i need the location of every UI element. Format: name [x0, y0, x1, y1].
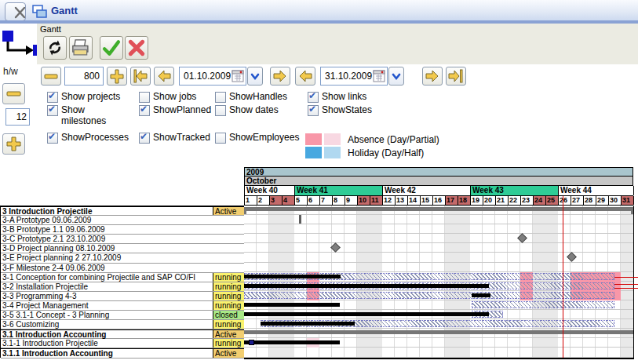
tracked-bar[interactable] — [244, 284, 489, 288]
holiday-half-swatch — [324, 147, 341, 158]
checkbox-label: ShowHandles — [229, 91, 287, 102]
gantt-window: Gantt h/w Gantt — [0, 0, 638, 364]
checkbox[interactable] — [215, 92, 226, 103]
task-row[interactable]: 3-D Project planning 08.10.2009 — [1, 244, 244, 253]
task-row[interactable]: 3-6 Customizingrunning — [1, 320, 244, 329]
refresh-button[interactable] — [43, 36, 67, 60]
titlebar: Gantt — [0, 0, 638, 20]
task-row[interactable]: 3-B Prototype 1.1 09.06.2009 — [1, 225, 244, 235]
task-row[interactable]: 3-A Prototype 09.06.2009 — [1, 216, 244, 225]
gantt-row — [244, 263, 633, 272]
day-header-cell: 1 — [245, 196, 257, 205]
print-button[interactable] — [69, 36, 93, 60]
task-row[interactable]: 3-1 Conception for combining Projectile … — [1, 273, 244, 282]
tracked-bar[interactable] — [261, 322, 355, 326]
week-header-cell: Week 41 — [295, 186, 383, 195]
next-period-from-button[interactable] — [270, 67, 290, 86]
task-row[interactable]: 3.1-1 Introduction Projectilerunning — [1, 339, 244, 348]
task-label: 3-E Project planning 2 27.10.2009 — [2, 253, 211, 263]
task-row[interactable]: 3-5 3.1-1 Concept - 3 Planningclosed — [1, 311, 244, 320]
milestone-diamond[interactable] — [330, 243, 341, 253]
gantt-chart: 2009 October Week 40Week 41Week 42Week 4… — [244, 167, 633, 359]
day-header-cell: 24 — [534, 196, 546, 205]
checkbox[interactable] — [139, 92, 150, 103]
task-row[interactable]: 3.1 Introduction AccountingActive — [1, 329, 244, 339]
close-button[interactable] — [5, 2, 26, 21]
checkbox[interactable] — [308, 105, 319, 116]
absence-partial-swatch — [324, 133, 341, 145]
date-to-dropdown-button[interactable] — [388, 67, 404, 86]
skip-start-icon — [131, 67, 150, 85]
task-row[interactable]: 3-2 Installation Projectilerunning — [1, 282, 244, 292]
status-badge: running — [213, 339, 244, 348]
day-header-cell: 26 — [559, 196, 571, 205]
gantt-row — [244, 291, 633, 300]
summary-bar[interactable] — [244, 330, 633, 334]
week-header-cell: Week 44 — [559, 186, 634, 195]
checkbox[interactable] — [139, 133, 150, 144]
planned-bar[interactable] — [244, 292, 614, 299]
summary-bar[interactable] — [244, 207, 633, 211]
task-row[interactable]: 3-4 Project Managementrunning — [1, 301, 244, 311]
date-to-field[interactable]: 31.10.2009 — [320, 67, 388, 86]
checkbox[interactable] — [139, 105, 150, 116]
zoom-out-button[interactable] — [41, 67, 61, 86]
row-height-input[interactable] — [5, 108, 30, 126]
calendar-icon[interactable] — [373, 70, 385, 82]
option-show-jobs: Show jobs — [139, 91, 196, 103]
status-badge: closed — [213, 311, 244, 319]
task-row[interactable]: 3-3 Programming 4-3running — [1, 292, 244, 301]
checkbox[interactable] — [47, 133, 58, 144]
decrease-row-height-button[interactable] — [2, 83, 25, 104]
checkbox-label: ShowStates — [322, 104, 372, 115]
planned-bar[interactable] — [472, 301, 614, 308]
milestone-diamond[interactable] — [567, 253, 577, 263]
status-badge: running — [213, 320, 244, 329]
task-row[interactable]: 3-C Prototype 2.1 23.10.2009 — [1, 235, 244, 244]
gantt-body — [244, 206, 634, 359]
prev-period-from-button[interactable] — [154, 67, 174, 86]
calendar-icon[interactable] — [232, 70, 244, 82]
tracked-bar[interactable] — [244, 275, 341, 278]
task-label: 3-5 3.1-1 Concept - 3 Planning — [2, 311, 211, 320]
task-row[interactable]: 3.1.1 Introduction AccountingActive — [1, 348, 244, 358]
goto-start-button[interactable] — [130, 67, 151, 86]
date-from-dropdown-button[interactable] — [247, 67, 263, 86]
prev-period-to-button[interactable] — [295, 67, 315, 86]
increase-row-height-button[interactable] — [2, 133, 25, 155]
checkbox-label: Show jobs — [153, 91, 196, 102]
day-header-cell: 10 — [358, 196, 370, 205]
task-row[interactable]: 3-E Project planning 2 27.10.2009 — [1, 253, 244, 263]
chart-width-input[interactable] — [64, 67, 104, 86]
task-label: 3-4 Project Management — [2, 301, 211, 311]
tracked-bar[interactable] — [472, 293, 490, 297]
checkbox-label: ShowTracked — [153, 132, 210, 143]
link-anchor[interactable] — [249, 340, 254, 345]
tracked-bar[interactable] — [244, 340, 340, 344]
tracked-bar[interactable] — [244, 303, 340, 307]
confirm-button[interactable] — [100, 36, 123, 60]
task-row[interactable]: 3-F Milestone 2-4 09.06.2009 — [1, 264, 244, 273]
gantt-row — [244, 253, 633, 262]
goto-end-button[interactable] — [446, 67, 466, 86]
next-period-to-button[interactable] — [422, 67, 443, 86]
cascade-windows-icon — [31, 3, 48, 20]
task-row[interactable]: 3 Introduction ProjectileActive — [1, 206, 244, 216]
option-showstates: ShowStates — [308, 104, 372, 116]
checkbox[interactable] — [47, 92, 58, 103]
day-header-cell: 7 — [320, 196, 333, 205]
tracked-bar[interactable] — [244, 312, 489, 316]
arrow-right-icon — [271, 67, 290, 85]
option-showprocesses: ShowProcesses — [47, 132, 129, 144]
checkbox-label: ShowEmployees — [229, 132, 299, 143]
zoom-in-button[interactable] — [107, 67, 127, 86]
date-from-field[interactable]: 01.10.2009 — [179, 67, 246, 86]
checkbox[interactable] — [308, 92, 319, 103]
milestone-diamond[interactable] — [517, 233, 527, 243]
handle-tick[interactable] — [299, 215, 301, 224]
checkbox[interactable] — [47, 105, 58, 116]
cancel-button[interactable] — [125, 36, 148, 60]
checkbox[interactable] — [215, 133, 226, 144]
checkbox[interactable] — [215, 105, 226, 116]
days-header: 1234567891011121314151617181920212223242… — [244, 195, 633, 206]
